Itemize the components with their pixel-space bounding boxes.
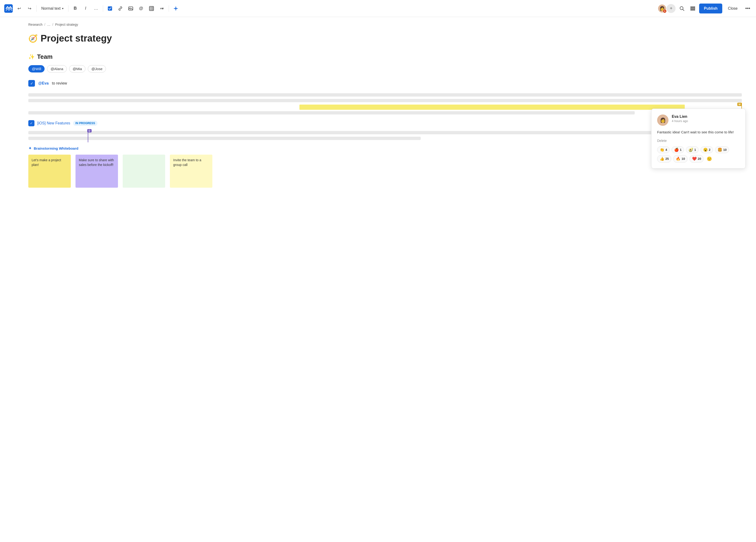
ios-status-badge: IN PROGRESS	[73, 121, 97, 126]
team-tags: @Will @Alana @Mia @Jose	[28, 65, 742, 72]
sticky-note-1: Let's make a project plan!	[28, 155, 71, 188]
chevron-down-icon: ▾	[62, 7, 63, 10]
content-line-post	[28, 111, 635, 114]
task-checkbox[interactable]: ✓	[28, 80, 35, 87]
task-text: to review	[52, 81, 67, 85]
whiteboard-title[interactable]: Brainstorming Whiteboard	[34, 146, 78, 150]
reaction-emoji-avocado: 🥑	[689, 147, 693, 152]
avatar-group: 👩 G	[658, 4, 665, 13]
reaction-emoji-clap: 👏	[660, 147, 664, 152]
whiteboard-icon: ✦	[28, 146, 32, 151]
page-title-icon: 🧭	[28, 34, 38, 43]
whiteboard-section: ✦ Brainstorming Whiteboard Let's make a …	[28, 146, 742, 188]
svg-rect-12	[691, 7, 695, 8]
cursor-line-d	[88, 131, 88, 142]
reaction-emoji-burger: 🍔	[718, 147, 722, 152]
image-insert-button[interactable]	[126, 4, 135, 13]
main-content: Research / … / Project strategy 🧭 Projec…	[0, 17, 756, 542]
text-format-dropdown[interactable]: Normal text ▾	[39, 4, 66, 13]
bold-button[interactable]: B	[71, 4, 80, 13]
add-reaction-button[interactable]: 🙂	[706, 155, 713, 163]
checkbox-insert-button[interactable]	[105, 4, 114, 13]
d-line-2	[28, 137, 421, 140]
reaction-thumbsup[interactable]: 👍 25	[657, 155, 671, 163]
link-insert-button[interactable]	[116, 4, 125, 13]
breadcrumb-research[interactable]: Research	[28, 23, 42, 26]
reaction-apple[interactable]: 🍎 1	[672, 146, 684, 153]
d-line-1	[28, 131, 742, 134]
team-heading-row: ✨ Team	[28, 53, 742, 60]
text-format-label: Normal text	[41, 6, 61, 11]
breadcrumb-current: Project strategy	[55, 23, 78, 26]
search-button[interactable]	[677, 4, 686, 13]
reaction-burger[interactable]: 🍔 10	[715, 146, 729, 153]
reaction-emoji-fire: 🔥	[676, 156, 680, 161]
svg-point-9	[175, 8, 176, 9]
breadcrumb-sep-1: /	[44, 23, 45, 26]
comment-delete-button[interactable]: Delete	[657, 139, 740, 142]
whiteboard-grid: Let's make a project plan! Make sure to …	[28, 155, 742, 188]
italic-button[interactable]: I	[81, 4, 90, 13]
task-row: ✓ @Eva to review	[28, 80, 742, 87]
svg-rect-14	[691, 9, 695, 10]
ios-checkbox[interactable]: ✓	[28, 120, 34, 126]
more-format-button[interactable]: …	[92, 4, 101, 13]
reaction-clap[interactable]: 👏 4	[657, 146, 670, 153]
comment-time: 4 hours ago	[672, 119, 740, 123]
tag-jose[interactable]: @Jose	[88, 65, 106, 72]
task-mention[interactable]: @Eva	[38, 81, 49, 85]
ios-task-link[interactable]: [iOS] New Features	[37, 121, 70, 125]
toolbar-right: 👩 G + Publish Close •••	[658, 4, 752, 13]
mention-insert-button[interactable]: @	[137, 4, 146, 13]
divider-4	[169, 5, 169, 12]
comment-avatar: 👩	[657, 114, 668, 126]
reaction-emoji-heart: ❤️	[692, 156, 697, 161]
tag-alana[interactable]: @Alana	[47, 65, 67, 72]
redo-button[interactable]: ↪	[25, 4, 34, 13]
close-button[interactable]: Close	[724, 4, 741, 13]
reactions: 👏 4 🍎 1 🥑 1 😮 2 🍔 10 👍 25	[657, 146, 740, 163]
reaction-count-burger: 10	[723, 148, 727, 151]
sticky-note-4: Invite the team to a group call	[170, 155, 212, 188]
breadcrumb-sep-2: /	[52, 23, 53, 26]
add-collaborator-button[interactable]: +	[667, 4, 676, 13]
reaction-count-heart: 20	[698, 157, 701, 160]
reaction-heart[interactable]: ❤️ 20	[689, 155, 704, 163]
sparkle-icon: ✨	[28, 54, 35, 60]
reaction-wow[interactable]: 😮 2	[701, 146, 713, 153]
insert-more-button[interactable]: +▾	[157, 4, 166, 13]
avatar-badge: G	[663, 9, 667, 13]
whiteboard-header: ✦ Brainstorming Whiteboard	[28, 146, 742, 151]
team-heading[interactable]: Team	[37, 53, 53, 60]
reaction-fire[interactable]: 🔥 10	[673, 155, 687, 163]
content-lines-1: M	[28, 93, 742, 114]
reaction-count-thumbsup: 25	[665, 157, 669, 160]
breadcrumb-ellipsis[interactable]: …	[47, 23, 50, 26]
content-lines-2	[28, 131, 742, 140]
reaction-count-apple: 1	[680, 148, 681, 151]
toolbar: ↩ ↪ Normal text ▾ B I … @ +▾ 👩 G +	[0, 0, 756, 17]
breadcrumb: Research / … / Project strategy	[28, 23, 742, 26]
undo-button[interactable]: ↩	[15, 4, 24, 13]
sticky-note-2: Make sure to share with sales before the…	[76, 155, 118, 188]
reaction-count-clap: 4	[665, 148, 667, 151]
reaction-emoji-thumbsup: 👍	[660, 156, 664, 161]
user-avatar-wrap: 👩 G	[658, 4, 667, 13]
comment-meta: Eva Lien 4 hours ago	[672, 114, 740, 123]
app-logo[interactable]	[4, 4, 13, 13]
table-insert-button[interactable]	[147, 4, 156, 13]
ai-button[interactable]	[171, 4, 180, 13]
reaction-avocado[interactable]: 🥑 1	[686, 146, 698, 153]
tag-mia[interactable]: @Mia	[69, 65, 85, 72]
page-title[interactable]: Project strategy	[41, 33, 112, 44]
tag-will[interactable]: @Will	[28, 65, 45, 72]
reaction-emoji-apple: 🍎	[674, 147, 679, 152]
publish-button[interactable]: Publish	[699, 4, 722, 13]
view-mode-button[interactable]	[688, 4, 697, 13]
content-line-1	[28, 93, 742, 96]
d-cursor-section: D	[28, 131, 742, 140]
reaction-count-fire: 10	[681, 157, 685, 160]
more-options-button[interactable]: •••	[743, 4, 752, 13]
svg-rect-1	[108, 6, 112, 11]
reaction-count-wow: 2	[709, 148, 710, 151]
